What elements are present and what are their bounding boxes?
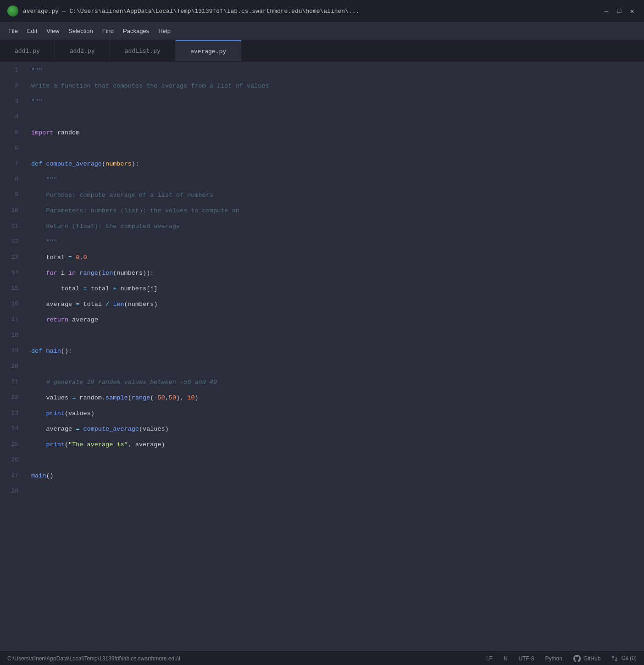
tab-average[interactable]: average.py [176, 40, 241, 61]
line-numbers: 1 2 3 4 5 6 7 8 9 10 11 12 13 14 15 16 1… [0, 61, 24, 651]
line-num-3: 3 [0, 94, 24, 109]
line-num-18: 18 [0, 327, 24, 343]
line-num-19: 19 [0, 343, 24, 359]
code-line-11: Return (float): the computed average [24, 218, 644, 234]
title-bar-text: average.py — C:\Users\alinen\AppData\Loc… [23, 8, 597, 15]
code-line-3: """ [24, 94, 644, 109]
title-bar: average.py — C:\Users\alinen\AppData\Loc… [0, 0, 644, 22]
code-area[interactable]: """ Write a function that computes the a… [24, 61, 644, 651]
code-token [31, 223, 46, 230]
code-token: + [113, 285, 117, 292]
tab-add2[interactable]: add2.py [55, 40, 110, 61]
editor-area: 1 2 3 4 5 6 7 8 9 10 11 12 13 14 15 16 1… [0, 61, 644, 651]
code-line-16: average = total / len(numbers) [24, 296, 644, 312]
code-token: = [76, 426, 79, 432]
app-icon [7, 6, 18, 17]
line-num-9: 9 [0, 187, 24, 203]
line-num-7: 7 [0, 156, 24, 172]
menu-selection[interactable]: Selection [64, 26, 97, 36]
status-n: N [504, 655, 508, 662]
line-num-21: 21 [0, 374, 24, 390]
code-token: main [31, 472, 46, 479]
code-token [79, 426, 83, 432]
code-token: # generate 10 random values between -50 … [46, 379, 217, 386]
menu-edit[interactable]: Edit [22, 26, 42, 36]
line-num-26: 26 [0, 452, 24, 468]
maximize-button[interactable]: □ [615, 6, 624, 16]
status-encoding: UTF-8 [519, 655, 534, 662]
code-line-5: import random [24, 125, 644, 140]
code-token [42, 348, 46, 355]
code-token: for [46, 270, 57, 277]
code-token: range [79, 270, 98, 277]
code-token: ) [195, 394, 199, 401]
code-token: 0.0 [76, 254, 87, 261]
code-token: average [31, 426, 76, 432]
close-button[interactable]: ✕ [627, 6, 637, 16]
code-line-21: # generate 10 random values between -50 … [24, 374, 644, 390]
code-token: (numbers) [124, 301, 158, 308]
line-num-1: 1 [0, 62, 24, 78]
code-token: numbers [105, 161, 132, 167]
code-token: """ [46, 176, 57, 183]
code-token [72, 254, 76, 261]
code-line-26 [24, 452, 644, 468]
line-num-11: 11 [0, 218, 24, 234]
line-num-15: 15 [0, 281, 24, 296]
code-token: = [68, 254, 72, 261]
status-github[interactable]: GitHub [573, 655, 600, 662]
code-token: ( [65, 441, 68, 448]
code-token: compute_average [83, 426, 139, 432]
code-line-13: total = 0.0 [24, 249, 644, 265]
menu-find[interactable]: Find [98, 26, 118, 36]
tab-add1[interactable]: add1.py [0, 40, 55, 61]
code-token: total [31, 285, 83, 292]
menu-file[interactable]: File [4, 26, 22, 36]
code-token: Return (float): the computed average [46, 223, 180, 230]
line-num-10: 10 [0, 203, 24, 218]
code-line-15: total = total + numbers[i] [24, 281, 644, 296]
minimize-button[interactable]: — [602, 6, 611, 16]
code-token: random [76, 394, 102, 401]
code-token [31, 441, 46, 448]
code-token: average [31, 301, 76, 308]
code-line-4 [24, 109, 644, 125]
code-token: total [31, 254, 68, 261]
menu-help[interactable]: Help [154, 26, 175, 36]
code-line-23: print(values) [24, 405, 644, 421]
menu-bar: File Edit View Selection Find Packages H… [0, 22, 644, 40]
line-num-16: 16 [0, 296, 24, 312]
code-token: ), [176, 394, 187, 401]
code-token: compute_average [46, 161, 102, 167]
code-token [76, 270, 79, 277]
window-controls: — □ ✕ [602, 6, 637, 16]
code-token [31, 379, 46, 386]
code-token: main [46, 348, 61, 355]
code-token: ( [102, 161, 105, 167]
code-line-2: Write a function that computes the avera… [24, 78, 644, 94]
line-num-13: 13 [0, 249, 24, 265]
svg-point-0 [616, 659, 617, 661]
code-token: = [83, 285, 87, 292]
code-line-14: for i in range(len(numbers)): [24, 265, 644, 281]
code-line-7: def compute_average(numbers): [24, 156, 644, 172]
menu-packages[interactable]: Packages [118, 26, 154, 36]
code-token: """ [46, 238, 57, 245]
code-token: random [54, 129, 80, 136]
line-num-17: 17 [0, 312, 24, 327]
menu-view[interactable]: View [42, 26, 64, 36]
code-token: ( [128, 394, 132, 401]
code-token: """ [31, 67, 42, 74]
status-path: C:\Users\alinen\AppData\Local\Temp\13139… [7, 655, 475, 662]
code-token: Purpose: compute average of a list of nu… [46, 192, 213, 199]
code-token: values [31, 394, 72, 401]
code-line-6 [24, 140, 644, 156]
line-num-14: 14 [0, 265, 24, 281]
tab-addlist[interactable]: addList.py [110, 40, 176, 61]
code-line-28 [24, 483, 644, 499]
code-token: Write a function that computes the avera… [31, 83, 269, 89]
tabs-bar: add1.py add2.py addList.py average.py [0, 40, 644, 61]
status-lf: LF [486, 655, 493, 662]
code-token: in [68, 270, 76, 277]
line-num-23: 23 [0, 405, 24, 421]
